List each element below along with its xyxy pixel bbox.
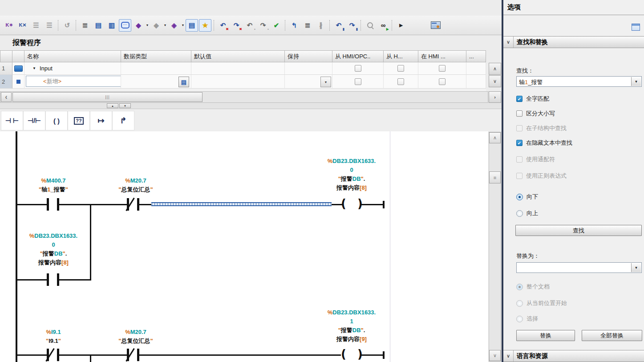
down-radio[interactable] bbox=[516, 194, 523, 200]
next-error-icon[interactable]: ↷✖ bbox=[230, 19, 243, 32]
direction-up[interactable]: 向上 bbox=[516, 209, 538, 217]
close-all-networks-icon[interactable]: ▥ bbox=[105, 19, 118, 32]
operand-comments-menu-icon[interactable]: ◆ bbox=[150, 19, 162, 32]
replace-dropdown-button[interactable]: ▼ bbox=[631, 263, 641, 272]
table-scroll-up-button[interactable]: ∧ bbox=[489, 63, 501, 75]
table-header-from-h[interactable]: 从 H... bbox=[384, 50, 418, 62]
previous-bookmark-icon[interactable]: ↶▮ bbox=[332, 19, 345, 32]
datatype-picker-button[interactable]: ▤ bbox=[178, 77, 189, 87]
splitter-collapse-button[interactable]: ▲ bbox=[107, 103, 118, 108]
operand-label-coil[interactable]: %DB23.DBX1633. 0 "报警DB". 报警内容[8] bbox=[307, 157, 396, 192]
find-value[interactable]: 轴1_报警 bbox=[519, 78, 543, 86]
insert-row-icon[interactable]: K✶ bbox=[3, 19, 16, 32]
table-header-in-hmi[interactable]: 在 HMI ... bbox=[418, 50, 466, 62]
insert-empty-box-button[interactable]: ?? bbox=[68, 111, 90, 130]
operand-label-branch-contact[interactable]: %DB23.DBX1633. 0 "报警DB". 报警内容[8] bbox=[13, 232, 93, 267]
more-commands-icon[interactable]: ▶ bbox=[395, 19, 407, 32]
replace-button[interactable]: 替换 bbox=[516, 330, 575, 341]
up-radio[interactable] bbox=[516, 210, 523, 217]
disclosure-triangle-icon[interactable]: ▼ bbox=[32, 66, 36, 70]
network-comments-toggle-icon[interactable]: ⋯ bbox=[119, 19, 131, 32]
search-icon[interactable] bbox=[364, 19, 376, 32]
hmi-opc-checkbox[interactable] bbox=[355, 78, 361, 85]
find-replace-section-header[interactable]: ∨ 查找和替换 bbox=[503, 36, 644, 48]
insert-nc-contact-button[interactable]: ⊣/⊢ bbox=[23, 111, 45, 130]
open-all-networks-icon[interactable]: ▤ bbox=[92, 19, 105, 32]
operand-label-contact1[interactable]: %I9.1 "I9.1" bbox=[13, 328, 93, 346]
operand-label-contact2[interactable]: %M20.7 "总复位汇总" bbox=[96, 176, 176, 194]
table-header-default[interactable]: 默认值 bbox=[191, 50, 285, 62]
replace-combobox[interactable]: ▼ bbox=[516, 262, 642, 273]
symbolic-operands-caret-icon[interactable]: ▼ bbox=[181, 24, 185, 27]
split-editor-space-icon[interactable] bbox=[429, 19, 442, 32]
h-scroll-left-button[interactable]: ‹ bbox=[1, 92, 12, 102]
consistency-check-icon[interactable]: ✔ bbox=[270, 19, 283, 32]
v-scroll-down-button[interactable]: ∨ bbox=[489, 350, 501, 361]
float-panel-icon[interactable] bbox=[632, 24, 640, 31]
absolute-operands-menu-icon[interactable]: ◆ bbox=[132, 19, 145, 32]
insert-coil-button[interactable]: ( ) bbox=[45, 111, 68, 130]
close-branch-button[interactable]: ↱ bbox=[112, 111, 134, 130]
hmi-opc-checkbox[interactable] bbox=[355, 65, 361, 72]
coil[interactable]: ( ) bbox=[341, 347, 366, 361]
from-h-checkbox[interactable] bbox=[397, 78, 404, 85]
insert-no-contact-button[interactable]: ⊣ ⊢ bbox=[1, 111, 23, 130]
cross-references-icon[interactable]: ≣ bbox=[301, 19, 314, 32]
h-scrollbar-thumb[interactable]: ||| bbox=[12, 92, 203, 102]
from-h-checkbox[interactable] bbox=[397, 65, 404, 72]
table-scroll-down-button[interactable]: ∨ bbox=[489, 75, 501, 87]
v-scrollbar-thumb[interactable]: ≡ bbox=[489, 171, 501, 183]
whole-word-checkbox[interactable]: ✔ bbox=[516, 96, 522, 102]
match-case-checkbox[interactable] bbox=[516, 110, 522, 117]
splitter-bar[interactable] bbox=[0, 103, 502, 109]
in-hmi-checkbox[interactable] bbox=[439, 65, 446, 72]
table-header-from-hmi-opc[interactable]: 从 HMI/OPC.. bbox=[332, 50, 384, 62]
retain-dropdown-button[interactable]: ▼ bbox=[320, 77, 331, 87]
lad-network-canvas[interactable]: %M400.7 "轴1_报警" %M20.7 "总复位汇总" %DB23.DBX… bbox=[0, 131, 488, 362]
add-row-before-icon[interactable]: ☰ bbox=[30, 19, 42, 32]
replace-all-button[interactable]: 全部替换 bbox=[582, 330, 642, 341]
network-overview-icon[interactable]: ▤ bbox=[186, 19, 198, 32]
direction-down[interactable]: 向下 bbox=[516, 193, 538, 201]
h-scroll-right-button[interactable]: › bbox=[489, 91, 501, 103]
languages-section-header[interactable]: ∨ 语言和资源 bbox=[503, 350, 644, 362]
no-contact[interactable] bbox=[47, 273, 49, 286]
table-header-more[interactable]: ... bbox=[466, 50, 486, 62]
operand-label-coil[interactable]: %DB23.DBX1633. 1 "报警DB". 报警内容[9] bbox=[307, 308, 396, 344]
option-whole-word[interactable]: ✔ 全字匹配 bbox=[516, 95, 549, 103]
find-combobox[interactable]: 轴1_报警 ▼ bbox=[516, 76, 642, 87]
previous-error-icon[interactable]: ↶✖ bbox=[217, 19, 229, 32]
add-row-after-icon[interactable]: ☰ bbox=[43, 19, 56, 32]
table-row-input[interactable]: ▼ Input bbox=[24, 62, 121, 75]
no-contact[interactable] bbox=[47, 198, 49, 211]
reset-start-values-icon[interactable]: ↺ bbox=[61, 19, 73, 32]
splitter-expand-button[interactable]: ▼ bbox=[119, 103, 131, 108]
coil[interactable]: ( ) bbox=[341, 197, 366, 210]
find-button[interactable]: 查找 bbox=[515, 225, 642, 236]
synchronize-db-icon[interactable]: ↷▪ bbox=[257, 19, 269, 32]
structure-view-icon[interactable]: ∦ bbox=[315, 19, 327, 32]
favorites-toggle-icon[interactable]: ★ bbox=[199, 19, 211, 32]
absolute-operands-caret-icon[interactable]: ▼ bbox=[145, 24, 150, 27]
update-block-calls-icon[interactable]: ↶▪ bbox=[243, 19, 256, 32]
find-dropdown-button[interactable]: ▼ bbox=[631, 77, 641, 86]
section-collapse-icon[interactable]: ∨ bbox=[503, 350, 514, 362]
in-hmi-checkbox[interactable] bbox=[439, 78, 446, 85]
new-variable-input[interactable]: <新增> bbox=[26, 76, 121, 87]
open-branch-button[interactable]: ↦ bbox=[90, 111, 112, 130]
selected-wire[interactable] bbox=[151, 202, 332, 206]
option-match-case[interactable]: 区分大小写 bbox=[516, 110, 555, 118]
delete-row-icon[interactable]: K✕ bbox=[16, 19, 29, 32]
expand-all-icon[interactable]: ≣ bbox=[79, 19, 91, 32]
monitoring-toggle-icon[interactable]: ∞▶ bbox=[377, 19, 389, 32]
hidden-text-checkbox[interactable]: ✔ bbox=[516, 140, 522, 146]
operand-label-contact1[interactable]: %M400.7 "轴1_报警" bbox=[13, 176, 93, 194]
v-scrollbar-track[interactable] bbox=[489, 132, 501, 362]
symbolic-operands-menu-icon[interactable]: ◈ bbox=[168, 19, 180, 32]
table-header-name[interactable]: 名称 bbox=[24, 50, 121, 62]
go-to-definition-icon[interactable]: ↰ bbox=[288, 19, 300, 32]
v-scroll-up-button[interactable]: ∧ bbox=[489, 132, 501, 143]
operand-label-contact2[interactable]: %M20.7 "总复位汇总" bbox=[96, 328, 176, 346]
option-hidden-text[interactable]: ✔ 在隐藏文本中查找 bbox=[516, 139, 572, 147]
operand-comments-caret-icon[interactable]: ▼ bbox=[163, 24, 167, 27]
